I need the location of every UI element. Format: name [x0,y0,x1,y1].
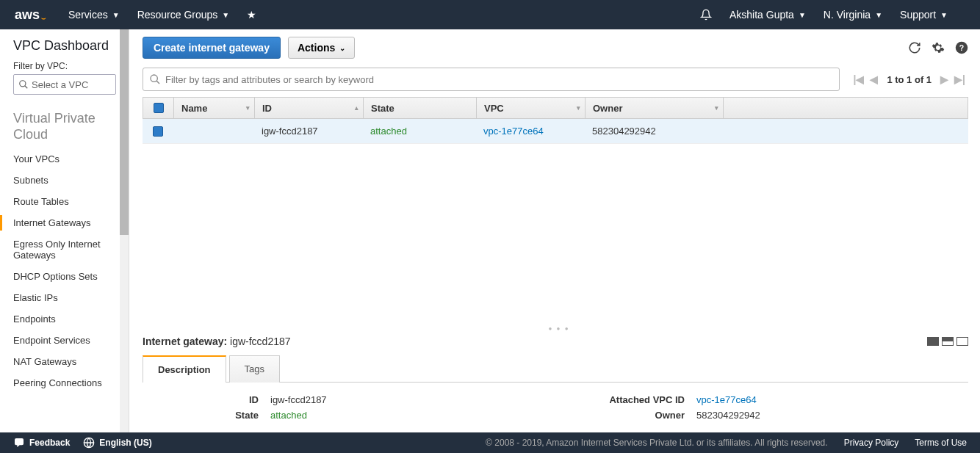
detail-vpc-label: Attached VPC ID [564,394,696,405]
pager-first-icon[interactable]: |◀ [850,73,867,85]
search-icon [18,79,29,90]
chevron-down-icon: ▼ [222,11,229,19]
resource-groups-menu[interactable]: Resource Groups ▼ [137,9,230,21]
help-icon[interactable]: ? [955,41,968,54]
detail-splitter-handle[interactable]: ● ● ● [138,324,980,333]
sort-icon: ▾ [246,104,250,112]
sort-icon: ▾ [715,104,718,112]
sidebar: VPC Dashboard Filter by VPC: Select a VP… [0,29,129,432]
panel-mid-icon[interactable] [942,337,954,346]
pager: |◀ ◀ 1 to 1 of 1 ▶ ▶| [850,73,968,85]
svg-point-0 [20,81,26,87]
aws-logo-text: aws [15,7,40,23]
tab-tags[interactable]: Tags [229,355,280,383]
panel-min-icon[interactable] [927,337,939,346]
detail-owner-value: 582304292942 [696,410,843,421]
sidebar-item-nat-gateways[interactable]: NAT Gateways [13,351,117,372]
vpc-select[interactable]: Select a VPC [13,74,116,95]
cell-vpc-link[interactable]: vpc-1e77ce64 [476,126,585,137]
row-checkbox[interactable] [153,126,163,137]
chevron-down-icon: ▼ [799,11,806,19]
refresh-icon[interactable] [908,41,921,54]
search-input[interactable] [161,74,833,85]
support-menu[interactable]: Support ▼ [900,9,948,21]
pager-next-icon[interactable]: ▶ [937,73,951,85]
resource-groups-label: Resource Groups [137,9,218,21]
speech-bubble-icon [13,437,25,449]
sidebar-item-subnets[interactable]: Subnets [13,170,117,191]
sidebar-section-heading: Virtual Private Cloud [13,111,117,142]
vpc-select-placeholder: Select a VPC [32,79,88,90]
pager-last-icon[interactable]: ▶| [951,73,968,85]
detail-tabs: Description Tags [143,355,968,383]
user-label: Akshita Gupta [729,9,794,21]
language-selector[interactable]: English (US) [83,437,151,449]
filter-by-vpc-label: Filter by VPC: [13,61,117,71]
detail-vpc-link[interactable]: vpc-1e77ce64 [696,394,843,405]
sidebar-item-peering[interactable]: Peering Connections [13,372,117,394]
detail-state-value: attached [270,410,417,421]
pager-prev-icon[interactable]: ◀ [867,73,881,85]
igw-table: Name▾ ID▴ State VPC▾ Owner▾ igw-fccd2187… [143,97,968,144]
user-menu[interactable]: Akshita Gupta ▼ [729,9,806,21]
detail-owner-label: Owner [564,410,696,421]
sidebar-item-endpoints[interactable]: Endpoints [13,308,117,330]
cell-id: igw-fccd2187 [254,126,363,137]
svg-text:?: ? [959,43,964,52]
table-header: Name▾ ID▴ State VPC▾ Owner▾ [143,97,968,119]
region-menu[interactable]: N. Virginia ▼ [824,9,882,21]
sidebar-item-route-tables[interactable]: Route Tables [13,191,117,212]
sort-icon: ▾ [577,104,580,112]
language-label: English (US) [99,438,151,448]
aws-logo[interactable]: aws ⌣ [15,7,46,23]
detail-body: ID igw-fccd2187 State attached Attached … [138,383,980,432]
notifications-icon[interactable] [700,9,712,21]
pin-icon[interactable]: ★ [247,9,256,21]
globe-icon [83,437,95,449]
actions-label: Actions [298,42,335,54]
th-vpc[interactable]: VPC▾ [477,98,586,118]
svg-point-4 [151,75,157,81]
th-name[interactable]: Name▾ [174,98,255,118]
svg-line-5 [156,81,159,84]
sidebar-scrollbar[interactable] [120,29,129,432]
aws-swoosh-icon: ⌣ [41,14,46,23]
chevron-down-icon: ▼ [940,11,948,19]
feedback-link[interactable]: Feedback [13,437,70,449]
feedback-label: Feedback [29,438,70,448]
detail-header: Internet gateway: igw-fccd2187 [138,333,980,355]
footer: Feedback English (US) © 2008 - 2019, Ama… [0,432,980,453]
sidebar-title[interactable]: VPC Dashboard [13,38,117,54]
sidebar-item-elastic-ips[interactable]: Elastic IPs [13,287,117,308]
privacy-link[interactable]: Privacy Policy [844,438,899,448]
search-box[interactable] [143,68,840,91]
select-all-checkbox[interactable] [143,98,174,118]
detail-id-label: ID [167,394,270,405]
terms-link[interactable]: Terms of Use [915,438,967,448]
sidebar-item-your-vpcs[interactable]: Your VPCs [13,148,117,170]
main-pane: Create internet gateway Actions ⌄ ? |◀ ◀… [129,29,980,432]
top-nav: aws ⌣ Services ▼ Resource Groups ▼ ★ Aks… [0,0,980,29]
support-label: Support [900,9,936,21]
region-label: N. Virginia [824,9,871,21]
sidebar-item-internet-gateways[interactable]: Internet Gateways [13,212,117,233]
panel-max-icon[interactable] [956,337,968,346]
table-row[interactable]: igw-fccd2187 attached vpc-1e77ce64 58230… [143,119,968,144]
th-owner[interactable]: Owner▾ [586,98,724,118]
tab-description[interactable]: Description [143,355,226,383]
toolbar: Create internet gateway Actions ⌄ ? [138,29,980,65]
cell-state: attached [363,126,476,137]
sidebar-item-dhcp[interactable]: DHCP Options Sets [13,266,117,287]
gear-icon[interactable] [932,41,945,54]
services-menu[interactable]: Services ▼ [68,9,120,21]
sidebar-item-egress-only[interactable]: Egress Only Internet Gateways [13,233,117,266]
th-state[interactable]: State [364,98,477,118]
chevron-down-icon: ▼ [875,11,882,19]
create-internet-gateway-button[interactable]: Create internet gateway [143,37,281,59]
th-id[interactable]: ID▴ [255,98,364,118]
sort-icon: ▴ [355,104,359,112]
chevron-down-icon: ▼ [112,11,120,19]
svg-line-1 [25,86,28,89]
sidebar-item-endpoint-services[interactable]: Endpoint Services [13,330,117,351]
actions-button[interactable]: Actions ⌄ [288,37,355,59]
